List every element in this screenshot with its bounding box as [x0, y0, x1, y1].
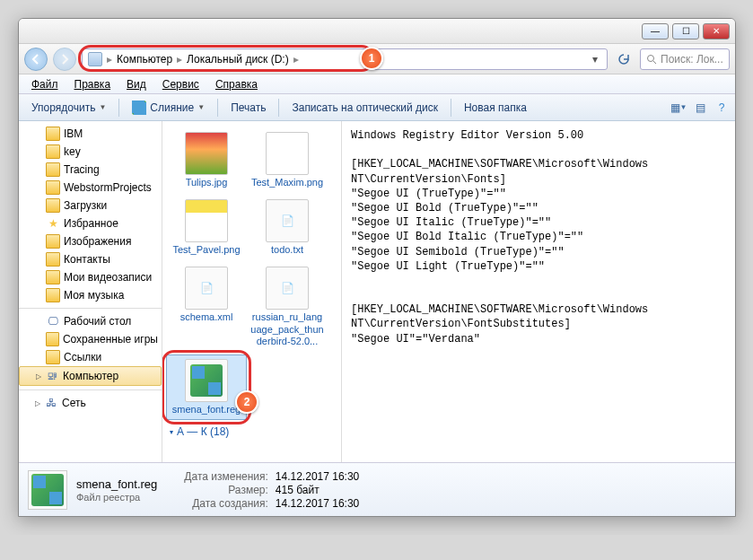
search-input[interactable]: Поиск: Лок...: [640, 48, 730, 70]
svg-point-0: [648, 55, 654, 61]
breadcrumb-drive[interactable]: Локальный диск (D:): [187, 53, 289, 66]
folder-icon: [46, 180, 60, 195]
tree-item[interactable]: ★Избранное: [19, 214, 162, 232]
tree-item[interactable]: Контакты: [19, 250, 162, 268]
folder-icon: [46, 350, 60, 364]
folder-icon: [46, 270, 60, 284]
navbar: ▸ Компьютер ▸ Локальный диск (D:) ▸ ▾ 1 …: [19, 44, 735, 74]
search-icon: [646, 54, 657, 65]
tree-item[interactable]: key: [19, 143, 162, 161]
star-icon: ★: [46, 216, 60, 231]
expand-icon: ▷: [36, 372, 41, 381]
folder-icon: [46, 234, 60, 249]
breadcrumb-dropdown[interactable]: ▾: [589, 53, 601, 66]
separator: [118, 99, 119, 117]
network-icon: 🖧: [44, 396, 58, 410]
merge-icon: [132, 101, 146, 115]
thumbnail: [185, 132, 228, 175]
folder-icon: [46, 162, 60, 177]
separator: [19, 308, 162, 309]
tree-item[interactable]: 🖵Рабочий стол: [19, 312, 162, 330]
chevron-right-icon: ▸: [291, 53, 302, 66]
file-label: russian_ru_language_pack_thunderbird-52.…: [250, 311, 324, 347]
close-button[interactable]: ✕: [703, 23, 730, 39]
newfolder-button[interactable]: Новая папка: [457, 99, 534, 117]
file-item[interactable]: 📄 schema.xml: [166, 263, 247, 351]
details-filetype: Файл реестра: [76, 492, 157, 503]
file-item-selected[interactable]: smena_font.reg 2: [166, 354, 247, 420]
menu-help[interactable]: Справка: [208, 76, 265, 92]
chevron-down-icon: ▾: [170, 428, 173, 436]
details-size-label: Размер:: [184, 484, 268, 496]
details-filename: smena_font.reg: [76, 477, 157, 491]
chevron-right-icon: ▸: [174, 53, 185, 66]
tree-item[interactable]: Загрузки: [19, 197, 162, 214]
view-options-button[interactable]: ▦ ▼: [670, 100, 687, 116]
menu-edit[interactable]: Правка: [67, 76, 118, 92]
text-file-icon: 📄: [266, 199, 309, 242]
folder-icon: [46, 332, 59, 346]
burn-button[interactable]: Записать на оптический диск: [285, 99, 445, 117]
file-label: Test_Pavel.png: [172, 244, 240, 256]
tree-item[interactable]: IBM: [19, 125, 162, 143]
help-button[interactable]: ?: [714, 100, 730, 116]
file-item[interactable]: Test_Maxim.png: [247, 128, 328, 192]
refresh-button[interactable]: [613, 48, 635, 70]
file-item[interactable]: Tulips.jpg: [166, 128, 247, 192]
expand-icon: ▷: [35, 399, 40, 407]
maximize-button[interactable]: ☐: [672, 23, 699, 39]
arrow-right-icon: [59, 54, 70, 65]
breadcrumb-computer[interactable]: Компьютер: [117, 53, 172, 66]
reg-file-icon: [185, 359, 228, 402]
desktop-icon: 🖵: [46, 314, 60, 328]
details-thumbnail: [28, 470, 67, 510]
tree-item[interactable]: Ссылки: [19, 348, 162, 366]
tree-item[interactable]: Tracing: [19, 161, 162, 179]
details-pane: smena_font.reg Файл реестра Дата изменен…: [19, 462, 735, 516]
forward-button[interactable]: [53, 48, 76, 71]
thumbnail: [185, 199, 228, 242]
tree-sidebar[interactable]: IBM key Tracing WebstormProjects Загрузк…: [19, 121, 162, 462]
search-placeholder: Поиск: Лок...: [661, 53, 723, 66]
thumbnail: [266, 132, 309, 175]
tree-item[interactable]: Сохраненные игры: [19, 330, 162, 348]
tree-item[interactable]: Моя музыка: [19, 286, 162, 304]
folder-icon: [46, 144, 60, 159]
file-item[interactable]: 📄 todo.txt: [247, 196, 328, 259]
file-label: Tulips.jpg: [186, 177, 228, 188]
minimize-button[interactable]: —: [642, 23, 669, 39]
folder-icon: [46, 252, 60, 267]
menu-view[interactable]: Вид: [119, 76, 153, 92]
back-button[interactable]: [24, 48, 48, 71]
drive-icon: [88, 52, 102, 66]
file-item[interactable]: Test_Pavel.png: [166, 196, 247, 259]
folder-icon: [46, 198, 60, 213]
xml-file-icon: 📄: [185, 267, 228, 310]
callout-badge-1: 1: [360, 47, 383, 70]
tree-item-computer[interactable]: ▷🖳Компьютер: [19, 366, 162, 386]
menu-tools[interactable]: Сервис: [155, 76, 206, 92]
tree-item[interactable]: Изображения: [19, 232, 162, 250]
separator: [451, 99, 451, 117]
tree-item[interactable]: Мои видеозаписи: [19, 268, 162, 286]
tree-item[interactable]: WebstormProjects: [19, 179, 162, 197]
preview-pane: Windows Registry Editor Version 5.00 [HK…: [342, 121, 735, 462]
menu-file[interactable]: Файл: [24, 76, 66, 92]
organize-button[interactable]: Упорядочить▼: [24, 99, 113, 117]
tree-item-network[interactable]: ▷🖧Сеть: [19, 394, 162, 412]
address-bar[interactable]: ▸ Компьютер ▸ Локальный диск (D:) ▸ ▾: [82, 48, 608, 70]
file-label: smena_font.reg: [172, 404, 241, 416]
group-header[interactable]: ▾А — К (18): [166, 424, 337, 440]
toolbar: Упорядочить▼ Слияние▼ Печать Записать на…: [19, 94, 735, 121]
explorer-window: — ☐ ✕ ▸ Компьютер ▸ Локальный диск (D:) …: [18, 18, 736, 517]
details-modified-value: 14.12.2017 16:30: [276, 470, 359, 483]
print-button[interactable]: Печать: [223, 99, 273, 117]
file-item[interactable]: 📄 russian_ru_language_pack_thunderbird-5…: [247, 263, 328, 351]
file-label: Test_Maxim.png: [251, 177, 323, 188]
chevron-down-icon: ▼: [99, 103, 106, 111]
merge-button[interactable]: Слияние▼: [125, 98, 212, 118]
content: Tulips.jpg Test_Maxim.png Test_Pavel.png…: [162, 121, 735, 462]
menubar: Файл Правка Вид Сервис Справка: [19, 74, 735, 94]
preview-pane-button[interactable]: ▤: [692, 100, 708, 116]
file-grid[interactable]: Tulips.jpg Test_Maxim.png Test_Pavel.png…: [162, 121, 342, 462]
